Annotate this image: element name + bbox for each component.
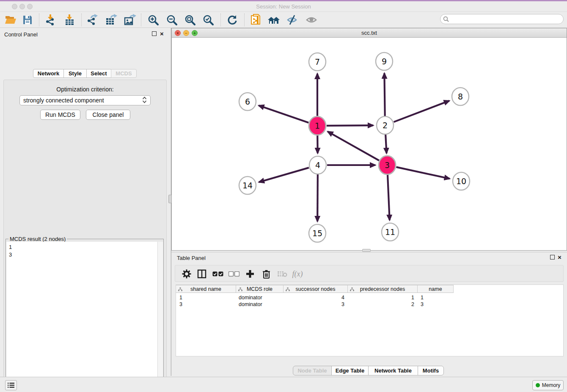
table-settings-button[interactable] [180,268,193,279]
task-history-button[interactable] [5,380,17,390]
table-panel: Table Panel × [171,252,567,376]
function-builder-button[interactable]: f(x) [291,268,304,279]
zoom-traffic-light[interactable] [27,4,33,9]
mcds-result-text[interactable]: 1 3 [6,242,158,392]
minimize-traffic-light[interactable] [19,4,25,9]
eye-slash-icon [286,14,298,25]
save-session-button[interactable] [19,13,36,27]
attribute-icon [350,287,354,291]
graph-edge-3-10[interactable] [396,167,449,179]
zoom-fit-button[interactable] [182,13,198,27]
run-mcds-button[interactable]: Run MCDS [40,110,80,120]
tab-edge-table[interactable]: Edge Table [331,366,369,375]
window-title: Session: New Session [0,1,567,12]
close-panel-icon[interactable]: × [160,31,164,36]
control-panel-tabs: Network Style Select MCDS [0,69,170,78]
tab-mcds[interactable]: MCDS [111,69,137,78]
mcds-result-line: 1 [9,243,155,251]
chevron-updown-icon [142,97,147,105]
network-zoom-button[interactable]: + [192,30,198,36]
search-icon [443,16,449,22]
search-input[interactable] [449,16,563,22]
float-panel-icon[interactable] [152,31,157,36]
import-table-button[interactable] [62,13,78,27]
show-all-button[interactable] [303,13,319,27]
network-close-button[interactable]: × [175,30,181,36]
graph-node-label: 15 [312,229,322,238]
graph-edge-3-1[interactable] [328,132,379,160]
close-panel-button[interactable]: Close panel [86,110,130,120]
refresh-button[interactable] [224,13,240,27]
delete-table-button[interactable] [276,268,289,279]
graph-edge-2-9[interactable] [384,73,385,116]
mcds-result-line: 3 [9,251,155,259]
graph-node-label: 3 [385,160,390,170]
zoom-selected-button[interactable] [200,13,216,27]
tab-style[interactable]: Style [63,69,87,78]
clone-network-button[interactable] [248,13,264,27]
open-session-button[interactable] [3,13,19,27]
optimization-dropdown[interactable]: strongly connected component [19,95,151,105]
delete-row-button[interactable] [260,268,272,279]
tab-network-table[interactable]: Network Table [368,366,418,375]
attribute-icon [178,287,182,291]
export-image-button[interactable] [122,13,138,27]
horizontal-splitter-grip[interactable] [362,249,371,252]
select-all-button[interactable] [212,268,224,279]
tab-motifs[interactable]: Motifs [418,366,444,375]
column-header-predecessor-nodes[interactable]: predecessor nodes [348,285,418,293]
float-table-panel-icon[interactable] [550,255,555,259]
zoom-out-icon [166,14,177,25]
export-table-icon [105,14,118,26]
hide-selected-button[interactable] [284,13,300,27]
import-network-button[interactable] [43,13,59,27]
add-row-button[interactable] [244,268,256,279]
network-minimize-button[interactable]: − [183,30,189,36]
graph-edge-4-15[interactable] [317,174,318,221]
graph-edge-1-2[interactable] [327,125,373,126]
column-header-mcds-role[interactable]: MCDS role [236,285,284,293]
deselect-all-button[interactable] [228,268,240,279]
zoom-selected-icon [203,14,214,25]
eye-icon [306,15,317,25]
search-field[interactable] [440,14,564,24]
toolbar-separator [220,14,221,26]
column-header-name[interactable]: name [418,285,454,293]
node-table[interactable]: shared name MCDS role successor nodes [176,284,564,356]
graph-node-label: 4 [315,160,320,170]
network-canvas[interactable]: 7968124314101511 [172,38,567,250]
gear-icon [182,269,191,279]
window-titlebar: Session: New Session [0,1,567,12]
graph-edge-2-3[interactable] [385,135,386,153]
export-table-button[interactable] [103,13,119,27]
mcds-result-group: MCDS result (2 nodes) 1 3 [6,239,164,392]
graph-edge-1-6[interactable] [259,105,308,123]
network-window-titlebar[interactable]: × − + scc.txt [172,28,567,38]
show-columns-button[interactable] [195,268,208,279]
graph-node-label: 6 [245,97,250,106]
close-traffic-light[interactable] [12,4,17,9]
mcds-panel-body: Optimization criterion: strongly connect… [3,80,167,392]
export-network-button[interactable] [85,13,101,27]
tab-select[interactable]: Select [86,69,111,78]
memory-label: Memory [542,382,560,388]
first-neighbors-button[interactable] [266,13,282,27]
zoom-out-button[interactable] [164,13,180,27]
tab-network[interactable]: Network [33,69,64,78]
status-bar: Memory [0,377,567,392]
tab-node-table[interactable]: Node Table [293,366,332,375]
column-header-successor-nodes[interactable]: successor nodes [284,285,348,293]
graph-edge-4-14[interactable] [259,168,309,182]
graph-edge-3-11[interactable] [388,174,390,220]
mcds-result-scrollbar[interactable] [157,242,163,392]
network-view-window: × − + scc.txt 7968124314101511 [171,28,567,251]
optimization-criterion-label: Optimization criterion: [4,86,166,93]
graph-node-label: 2 [383,121,388,130]
close-table-panel-icon[interactable]: × [558,255,561,259]
attribute-icon [238,287,242,291]
column-header-shared-name[interactable]: shared name [176,285,236,293]
zoom-in-button[interactable] [145,13,161,27]
graph-node-label: 7 [315,57,320,66]
memory-button[interactable]: Memory [532,380,564,390]
graph-edge-2-8[interactable] [394,101,449,122]
